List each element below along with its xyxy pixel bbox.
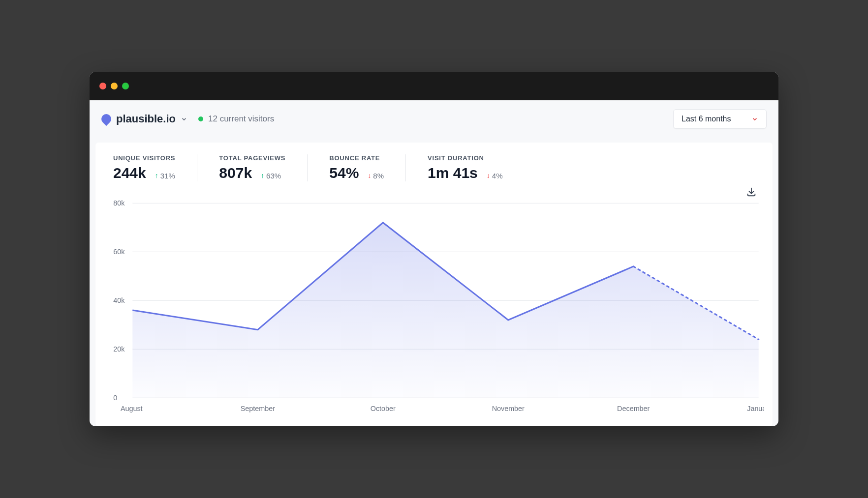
stat-value: 1m 41s <box>428 165 478 181</box>
stat-label: TOTAL PAGEVIEWS <box>219 154 285 162</box>
stat-value: 244k <box>113 165 146 181</box>
y-axis-tick: 40k <box>113 297 125 305</box>
stat-change: ↓ 8% <box>368 172 384 180</box>
arrow-up-icon: ↑ <box>155 172 158 179</box>
stat-change: ↓ 4% <box>487 172 503 180</box>
stat-label: VISIT DURATION <box>428 154 502 162</box>
x-axis-tick: September <box>241 405 275 412</box>
stat-bounce-rate[interactable]: BOUNCE RATE 54% ↓ 8% <box>329 154 406 181</box>
date-range-selector[interactable]: Last 6 months <box>673 109 767 129</box>
main-card: UNIQUE VISITORS 244k ↑ 31% TOTAL PAGEVIE… <box>95 143 773 426</box>
download-icon[interactable] <box>746 186 757 197</box>
stat-change: ↑ 31% <box>155 172 175 180</box>
x-axis-tick: November <box>492 405 525 412</box>
close-window-button[interactable] <box>99 83 106 89</box>
chart-toolbar <box>95 184 773 197</box>
stat-label: BOUNCE RATE <box>329 154 384 162</box>
window-controls <box>99 83 129 89</box>
arrow-down-icon: ↓ <box>368 172 371 179</box>
x-axis-tick: January <box>747 405 764 412</box>
stat-body: 1m 41s ↓ 4% <box>428 165 502 181</box>
stat-body: 807k ↑ 63% <box>219 165 285 181</box>
live-visitors-text: 12 current visitors <box>208 114 274 124</box>
maximize-window-button[interactable] <box>122 83 129 89</box>
stat-value: 54% <box>329 165 359 181</box>
stats-row: UNIQUE VISITORS 244k ↑ 31% TOTAL PAGEVIE… <box>95 143 773 184</box>
app-window: plausible.io 12 current visitors Last 6 … <box>90 72 778 426</box>
stat-body: 54% ↓ 8% <box>329 165 384 181</box>
site-name: plausible.io <box>116 113 176 125</box>
site-logo-icon <box>99 112 113 126</box>
live-visitors[interactable]: 12 current visitors <box>198 114 274 124</box>
chevron-down-icon <box>751 116 758 122</box>
stat-body: 244k ↑ 31% <box>113 165 175 181</box>
x-axis-tick: December <box>617 405 650 412</box>
y-axis-tick: 80k <box>113 200 125 207</box>
visitors-chart[interactable]: 020k40k60k80kAugustSeptemberOctoberNovem… <box>107 199 764 416</box>
stat-label: UNIQUE VISITORS <box>113 154 175 162</box>
titlebar <box>90 72 778 100</box>
x-axis-tick: October <box>371 405 396 412</box>
y-axis-tick: 60k <box>113 248 125 256</box>
date-range-label: Last 6 months <box>682 115 731 123</box>
page-header: plausible.io 12 current visitors Last 6 … <box>90 100 778 143</box>
stat-unique-visitors[interactable]: UNIQUE VISITORS 244k ↑ 31% <box>113 154 197 181</box>
y-axis-tick: 20k <box>113 346 125 353</box>
stat-visit-duration[interactable]: VISIT DURATION 1m 41s ↓ 4% <box>428 154 524 181</box>
live-dot-icon <box>198 117 203 121</box>
site-selector[interactable]: plausible.io <box>101 113 187 125</box>
x-axis-tick: August <box>121 405 143 412</box>
stat-change: ↑ 63% <box>261 172 281 180</box>
chart-container: 020k40k60k80kAugustSeptemberOctoberNovem… <box>95 197 773 420</box>
minimize-window-button[interactable] <box>111 83 118 89</box>
stat-value: 807k <box>219 165 252 181</box>
y-axis-tick: 0 <box>113 394 117 402</box>
arrow-down-icon: ↓ <box>487 172 490 179</box>
header-left-group: plausible.io 12 current visitors <box>101 113 274 125</box>
chevron-down-icon <box>181 116 187 122</box>
stat-total-pageviews[interactable]: TOTAL PAGEVIEWS 807k ↑ 63% <box>219 154 308 181</box>
arrow-up-icon: ↑ <box>261 172 264 179</box>
